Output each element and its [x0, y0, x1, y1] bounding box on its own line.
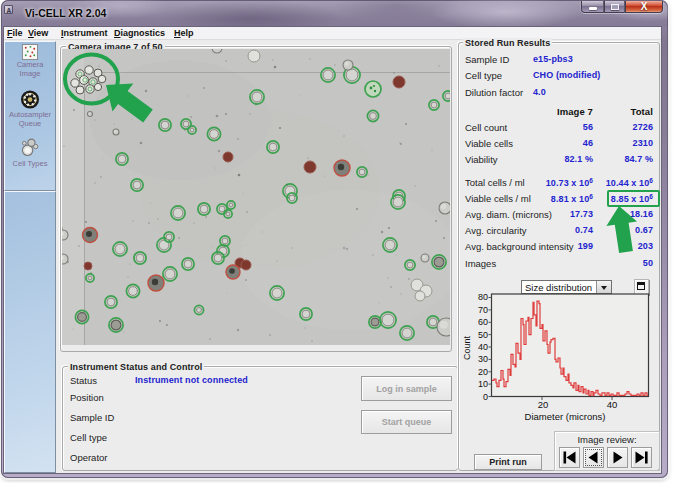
- svg-text:70: 70: [478, 305, 488, 315]
- svg-text:50: 50: [478, 330, 488, 340]
- svg-text:40: 40: [478, 342, 488, 352]
- svg-text:80: 80: [478, 292, 488, 302]
- svg-text:0: 0: [483, 392, 488, 402]
- svg-text:20: 20: [538, 399, 549, 410]
- svg-text:60: 60: [478, 317, 488, 327]
- svg-text:10: 10: [478, 379, 488, 389]
- svg-text:Count: Count: [462, 336, 472, 361]
- svg-text:20: 20: [478, 367, 488, 377]
- svg-text:Diameter (microns): Diameter (microns): [525, 411, 606, 422]
- svg-text:30: 30: [478, 354, 488, 364]
- svg-text:40: 40: [607, 399, 618, 410]
